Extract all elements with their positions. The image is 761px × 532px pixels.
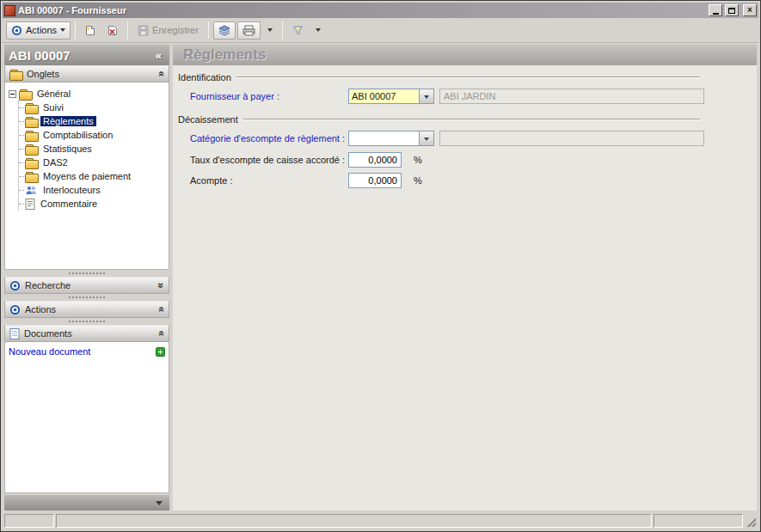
panel-title: Documents	[24, 328, 154, 339]
discount-category-combo-dropdown-button[interactable]	[419, 131, 433, 145]
maximize-button[interactable]	[725, 4, 739, 16]
tree-item-commentaire[interactable]: Commentaire	[19, 197, 167, 211]
dropdown-arrow-icon	[267, 28, 273, 34]
panel-header-recherche[interactable]: Recherche »	[4, 277, 169, 294]
save-button-label: Enregistrer	[152, 25, 199, 35]
group-label: Décaissement	[178, 114, 238, 125]
add-document-icon[interactable]	[156, 347, 165, 357]
resize-grip[interactable]	[745, 514, 757, 528]
people-icon	[25, 185, 38, 196]
close-button[interactable]: ×	[743, 4, 757, 16]
panel-splitter-handle[interactable]	[4, 294, 169, 301]
folder-icon	[25, 102, 38, 113]
sidebar-header: ABI 00007 «	[4, 45, 169, 65]
bullseye-icon	[11, 25, 22, 36]
minimize-icon	[713, 13, 719, 15]
discount-rate-input[interactable]	[348, 152, 402, 168]
discount-category-label[interactable]: Catégorie d'escompte de règlement :	[190, 133, 348, 144]
status-cell	[654, 514, 743, 528]
close-icon: ×	[747, 6, 752, 15]
discount-category-name-field	[439, 131, 704, 146]
tree-item-label: DAS2	[40, 157, 71, 168]
tree-item-interlocuteurs[interactable]: Interlocuteurs	[19, 183, 167, 197]
onglets-tree: Général Suivi Règlements Comptabilisatio…	[4, 83, 169, 270]
save-button[interactable]: Enregistrer	[132, 21, 204, 40]
tree-item-das2[interactable]: DAS2	[19, 156, 167, 169]
page-title: Règlements	[183, 46, 266, 64]
group-label: Identification	[178, 72, 231, 83]
supplier-combo[interactable]: ABI 00007	[348, 89, 434, 104]
toolbar-separator	[127, 21, 128, 39]
print-options-button[interactable]	[262, 22, 278, 38]
chevron-up-icon: »	[156, 71, 167, 77]
supplier-combo-value[interactable]: ABI 00007	[349, 89, 419, 103]
toolbar-separator	[208, 21, 209, 39]
filter-options-button[interactable]	[310, 22, 326, 38]
discount-category-combo[interactable]	[348, 131, 434, 146]
folder-icon	[19, 89, 32, 100]
tree-item-suivi[interactable]: Suivi	[19, 101, 167, 114]
tree-item-general[interactable]: Général	[7, 87, 167, 101]
chevron-up-icon: »	[156, 307, 167, 313]
discount-rate-percent-suffix: %	[414, 155, 422, 165]
group-divider	[243, 119, 700, 120]
main-area: Règlements Identification Fournisseur à …	[173, 45, 757, 511]
delete-record-button[interactable]	[102, 21, 123, 40]
discount-category-combo-value[interactable]	[349, 131, 419, 145]
new-document-row: Nouveau document	[9, 346, 165, 357]
tree-collapse-icon[interactable]	[9, 90, 16, 98]
documents-panel-content: Nouveau document	[4, 342, 169, 493]
app-icon	[4, 5, 15, 16]
tree-item-reglements[interactable]: Règlements	[19, 114, 167, 128]
panel-splitter-handle[interactable]	[4, 270, 169, 277]
layers-button[interactable]	[213, 21, 236, 40]
status-cell	[56, 514, 652, 528]
window-title: ABI 00007 - Fournisseur	[18, 5, 706, 15]
dropdown-arrow-icon	[424, 138, 429, 144]
bullseye-icon	[9, 280, 21, 291]
tree-item-comptabilisation[interactable]: Comptabilisation	[19, 128, 167, 142]
folder-icon	[25, 171, 38, 182]
status-cell	[4, 514, 54, 528]
add-record-button[interactable]	[80, 21, 101, 40]
group-identification: Identification	[178, 72, 757, 83]
printer-icon	[242, 25, 255, 36]
panel-header-onglets[interactable]: Onglets »	[4, 65, 169, 83]
panel-header-documents[interactable]: Documents »	[4, 325, 169, 342]
sidebar-collapse-button[interactable]: «	[152, 49, 165, 62]
folder-icon	[25, 116, 38, 127]
titlebar[interactable]: ABI 00007 - Fournisseur ×	[3, 3, 758, 18]
status-bar	[3, 512, 758, 529]
main-header: Règlements	[173, 45, 757, 65]
chevron-down-icon: »	[156, 283, 167, 289]
delete-icon	[107, 25, 118, 36]
discount-category-field-row: Catégorie d'escompte de règlement :	[176, 127, 757, 150]
tree-item-label: Statistiques	[40, 144, 95, 154]
supplier-combo-dropdown-button[interactable]	[419, 89, 433, 103]
tree-children: Suivi Règlements Comptabilisation Statis…	[18, 101, 167, 211]
layers-icon	[218, 25, 230, 36]
actions-menu-button[interactable]: Actions	[6, 21, 71, 40]
panel-title: Recherche	[25, 280, 154, 290]
sidebar-footer-bar[interactable]	[4, 495, 169, 511]
filter-button[interactable]	[287, 21, 309, 40]
supplier-label[interactable]: Fournisseur à payer :	[190, 91, 348, 101]
new-document-icon	[85, 25, 95, 36]
print-button[interactable]	[237, 21, 261, 40]
filter-icon	[292, 25, 304, 36]
app-window: ABI 00007 - Fournisseur × Actions	[0, 0, 761, 532]
minimize-button[interactable]	[709, 4, 722, 16]
note-icon	[25, 199, 35, 210]
panel-header-actions[interactable]: Actions »	[4, 301, 169, 318]
discount-rate-label: Taux d'escompte de caisse accordé :	[190, 155, 348, 165]
supplier-field-row: Fournisseur à payer : ABI 00007 ABI JARD…	[176, 85, 757, 107]
new-document-link[interactable]: Nouveau document	[9, 346, 156, 357]
folder-icon	[25, 157, 38, 168]
tree-item-label: Général	[34, 89, 73, 99]
panel-splitter-handle[interactable]	[4, 318, 169, 325]
tree-item-statistiques[interactable]: Statistiques	[19, 142, 167, 156]
tree-item-moyens-de-paiement[interactable]: Moyens de paiement	[19, 169, 167, 183]
tree-item-label: Interlocuteurs	[40, 185, 103, 195]
deposit-input[interactable]	[348, 173, 402, 188]
save-icon	[138, 25, 149, 36]
